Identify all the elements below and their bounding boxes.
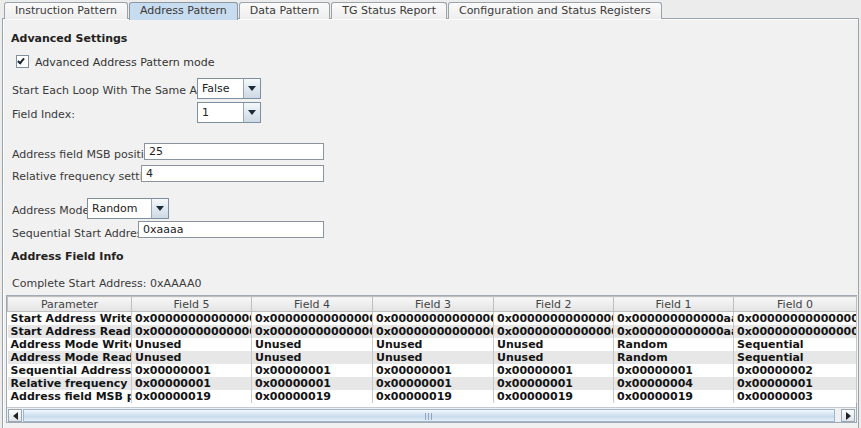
table-row[interactable]: Sequential Address...0x000000010x0000000…: [8, 364, 857, 377]
cell: 0x00000001: [373, 364, 494, 377]
relative-frequency-input[interactable]: [141, 165, 324, 182]
cell: 0x00000001: [494, 377, 614, 390]
address-pattern-panel: Advanced Settings Advanced Address Patte…: [2, 18, 859, 428]
table-header-row: Parameter Field 5 Field 4 Field 3 Field …: [8, 297, 857, 312]
advanced-address-pattern-checkbox[interactable]: [16, 55, 29, 68]
cell: 0x00000004: [614, 377, 734, 390]
cell-parameter: Address field MSB p...: [8, 390, 132, 403]
table-row[interactable]: Address field MSB p...0x000000190x000000…: [8, 390, 857, 403]
cell: Sequential: [734, 351, 857, 364]
tab-address-pattern[interactable]: Address Pattern: [129, 2, 238, 20]
cell: 0x0000000000000000: [373, 325, 494, 338]
cell: 0x0000000000000000: [494, 312, 614, 326]
cell: 0x00000001: [494, 364, 614, 377]
horizontal-scrollbar[interactable]: [7, 407, 856, 422]
combo-arrow-button[interactable]: [243, 103, 260, 122]
cell: 0x0000000000000000: [494, 325, 614, 338]
table-row[interactable]: Address Mode ReadUnusedUnusedUnusedUnuse…: [8, 351, 857, 364]
cell-parameter: Address Mode Read: [8, 351, 132, 364]
tab-configuration-and-status-registers[interactable]: Configuration and Status Registers: [448, 2, 662, 19]
address-mode-value: Random: [88, 199, 151, 218]
cell: Unused: [494, 338, 614, 351]
cell-parameter: Relative frequency ...: [8, 377, 132, 390]
cell: Unused: [373, 338, 494, 351]
field-info-table: Parameter Field 5 Field 4 Field 3 Field …: [7, 296, 857, 403]
table-row[interactable]: Address Mode WriteUnusedUnusedUnusedUnus…: [8, 338, 857, 351]
chevron-down-icon: [248, 86, 256, 91]
cell: 0x00000001: [373, 377, 494, 390]
cell: Unused: [132, 338, 252, 351]
loop-same-address-value: False: [198, 79, 243, 98]
cell: 0x0000000000000000: [373, 312, 494, 326]
cell-parameter: Start Address Write: [8, 312, 132, 326]
tab-instruction-pattern[interactable]: Instruction Pattern: [4, 2, 128, 19]
cell: 0x00000001: [132, 364, 252, 377]
address-mode-label: Address Mode:: [12, 204, 93, 217]
relative-frequency-label: Relative frequency setting:: [12, 170, 160, 183]
address-mode-combobox[interactable]: Random: [87, 198, 169, 219]
msb-position-label: Address field MSB position:: [12, 148, 161, 161]
arrow-left-icon: [13, 412, 18, 420]
table-row[interactable]: Start Address Write0x00000000000000000x0…: [8, 312, 857, 326]
cell: 0x00000019: [252, 390, 373, 403]
scrollbar-thumb[interactable]: [23, 409, 835, 422]
cell: Sequential: [734, 338, 857, 351]
loop-same-address-combobox[interactable]: False: [197, 78, 261, 99]
chevron-down-icon: [156, 206, 164, 211]
cell: 0x00000003: [734, 390, 857, 403]
combo-arrow-button[interactable]: [243, 79, 260, 98]
column-header-field2[interactable]: Field 2: [494, 297, 614, 312]
column-header-field4[interactable]: Field 4: [252, 297, 373, 312]
cell: 0x0000000000000000: [132, 325, 252, 338]
field-index-value: 1: [198, 103, 243, 122]
field-index-combobox[interactable]: 1: [197, 102, 261, 123]
cell: 0x00000001: [252, 377, 373, 390]
cell: 0x00000001: [614, 364, 734, 377]
cell: 0x0000000000000000: [132, 312, 252, 326]
tab-bar: Instruction PatternAddress PatternData P…: [4, 2, 663, 19]
scroll-right-button[interactable]: [841, 409, 855, 422]
cell: 0x0000000000000000: [734, 325, 857, 338]
cell-parameter: Start Address Read: [8, 325, 132, 338]
cell: 0x00000001: [734, 377, 857, 390]
sequential-start-address-input[interactable]: [138, 221, 324, 238]
cell: 0x00000019: [373, 390, 494, 403]
address-field-info-heading: Address Field Info: [11, 250, 124, 263]
column-header-field0[interactable]: Field 0: [734, 297, 857, 312]
field-index-label: Field Index:: [12, 108, 75, 121]
chevron-down-icon: [248, 110, 256, 115]
cell: 0x00000019: [494, 390, 614, 403]
cell: Unused: [132, 351, 252, 364]
cell-parameter: Sequential Address...: [8, 364, 132, 377]
complete-start-address-label: Complete Start Address:: [12, 277, 146, 290]
advanced-address-pattern-checkbox-label: Advanced Address Pattern mode: [35, 56, 214, 69]
column-header-field3[interactable]: Field 3: [373, 297, 494, 312]
msb-position-input[interactable]: [144, 143, 324, 160]
tab-data-pattern[interactable]: Data Pattern: [239, 2, 330, 19]
arrow-right-icon: [846, 412, 851, 420]
field-info-scrollpane: Parameter Field 5 Field 4 Field 3 Field …: [6, 295, 857, 423]
cell: 0x0000000000000000: [252, 312, 373, 326]
cell: 0x0000000000000000: [734, 312, 857, 326]
cell: 0x00000019: [132, 390, 252, 403]
column-header-parameter[interactable]: Parameter: [8, 297, 132, 312]
advanced-settings-heading: Advanced Settings: [11, 32, 127, 45]
combo-arrow-button[interactable]: [151, 199, 168, 218]
cell: 0x00000019: [614, 390, 734, 403]
cell: Unused: [252, 351, 373, 364]
cell: Unused: [252, 338, 373, 351]
thumb-grip-icon: [425, 413, 433, 420]
cell: Unused: [373, 351, 494, 364]
column-header-field5[interactable]: Field 5: [132, 297, 252, 312]
table-row[interactable]: Start Address Read0x00000000000000000x00…: [8, 325, 857, 338]
cell: 0x0000000000000000: [252, 325, 373, 338]
table-row[interactable]: Relative frequency ...0x000000010x000000…: [8, 377, 857, 390]
sequential-start-address-label: Sequential Start Address:: [12, 227, 152, 240]
complete-start-address-value: 0xAAAA0: [150, 277, 202, 290]
column-header-field1[interactable]: Field 1: [614, 297, 734, 312]
cell: 0x000000000000aaaa: [614, 325, 734, 338]
tab-tg-status-report[interactable]: TG Status Report: [331, 2, 447, 19]
scroll-left-button[interactable]: [8, 409, 22, 422]
complete-start-address-line: Complete Start Address: 0xAAAA0: [12, 277, 201, 290]
cell: 0x00000001: [252, 364, 373, 377]
